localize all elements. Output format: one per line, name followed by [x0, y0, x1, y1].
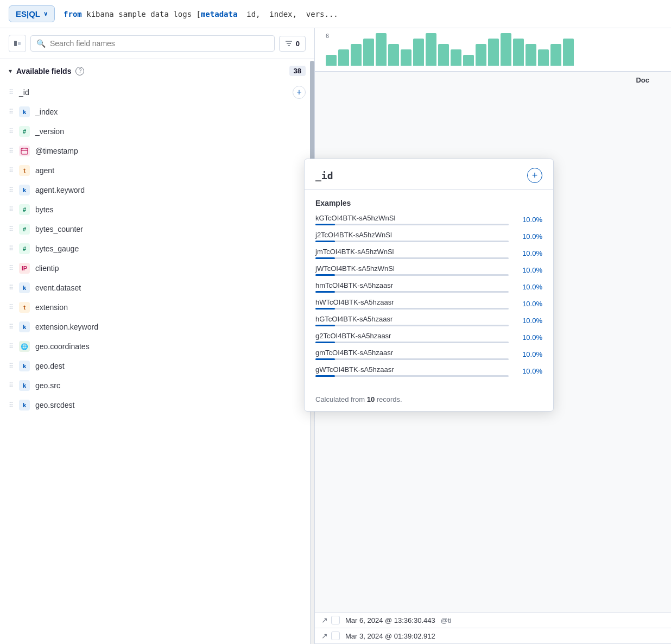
example-value: hWTcOI4BTK-sA5hzaasr [315, 298, 509, 306]
example-bar-fill [315, 325, 335, 326]
search-bar: 🔍 0 [0, 28, 314, 59]
field-item-bytes_gauge[interactable]: ⠿#bytes_gauge+ [0, 239, 314, 258]
drag-handle: ⠿ [9, 167, 14, 174]
row-timestamp-1: Mar 6, 2024 @ 13:36:30.443 [345, 616, 435, 624]
popup-footer-suffix: records. [375, 395, 402, 403]
field-item-clientip[interactable]: ⠿IPclientip+ [0, 258, 314, 278]
svg-rect-1 [18, 42, 21, 45]
field-item-_index[interactable]: ⠿k_index+ [0, 102, 314, 122]
field-item-geo-srcdest[interactable]: ⠿kgeo.srcdest+ [0, 395, 314, 415]
field-item-agent-keyword[interactable]: ⠿kagent.keyword+ [0, 180, 314, 200]
example-value: j2TcOI4BTK-sA5hzWnSl [315, 231, 509, 239]
query-fields: _id, _index, _vers... [237, 10, 338, 18]
field-type-badge: k [19, 321, 30, 332]
field-name: @timestamp [35, 147, 287, 155]
field-item-id[interactable]: ⠿ _id + [0, 83, 314, 102]
collapse-sidebar-button[interactable] [9, 35, 26, 52]
help-icon[interactable]: ? [75, 67, 84, 75]
popup-add-button[interactable]: + [527, 168, 542, 183]
row-actions-2: ↗ [321, 632, 340, 640]
row-checkbox[interactable] [331, 616, 340, 624]
field-type-badge [19, 146, 30, 156]
chart-bar [426, 33, 436, 66]
query-meta-keyword: metadata [201, 10, 237, 18]
chart-bar [526, 44, 536, 66]
example-value: hmTcOI4BTK-sA5hzaasr [315, 281, 509, 289]
field-item-geo-dest[interactable]: ⠿kgeo.dest+ [0, 356, 314, 376]
field-name: extension.keyword [35, 323, 287, 331]
field-item-@timestamp[interactable]: ⠿@timestamp+ [0, 141, 314, 161]
example-bar-fill [315, 358, 335, 360]
field-type-badge: k [19, 106, 30, 117]
example-value: gWTcOI4BTK-sA5hzaasr [315, 365, 509, 374]
field-item-bytes[interactable]: ⠿#bytes+ [0, 200, 314, 219]
collapse-icon [13, 39, 22, 48]
popup-footer: Calculated from 10 records. [305, 391, 553, 411]
example-bar-wrap [315, 325, 509, 326]
expand-icon[interactable]: ↗ [321, 616, 328, 624]
expand-icon-2[interactable]: ↗ [321, 632, 328, 640]
row-actions: ↗ [321, 616, 340, 624]
field-type-badge: # [19, 243, 30, 254]
section-title: Available fields [16, 67, 71, 75]
sidebar-scrollbar-thumb [310, 61, 314, 169]
drag-handle: ⠿ [9, 128, 14, 135]
example-row: hWTcOI4BTK-sA5hzaasr10.0% [315, 298, 542, 310]
chart-bar [563, 39, 574, 66]
field-name: bytes [35, 205, 287, 214]
field-name: bytes_counter [35, 225, 287, 233]
popup-footer-prefix: Calculated from [315, 395, 367, 403]
example-row: kGTcOI4BTK-sA5hzWnSl10.0% [315, 214, 542, 225]
field-name: extension [35, 303, 287, 312]
field-name: agent [35, 166, 287, 175]
svg-rect-5 [21, 148, 28, 154]
field-item-geo-coordinates[interactable]: ⠿🌐geo.coordinates+ [0, 337, 314, 356]
field-item-_version[interactable]: ⠿#_version+ [0, 122, 314, 141]
chart-bar [388, 44, 399, 66]
add-field-id-button[interactable]: + [293, 86, 306, 99]
chart-bar [413, 39, 424, 66]
drag-handle: ⠿ [9, 186, 14, 194]
esql-label: ES|QL [16, 9, 40, 18]
drag-handle: ⠿ [9, 401, 14, 409]
field-item-extension[interactable]: ⠿textension+ [0, 298, 314, 317]
example-row: g2TcOI4BTK-sA5hzaasr10.0% [315, 332, 542, 343]
search-input[interactable] [50, 39, 269, 48]
example-bar-wrap [315, 342, 509, 343]
field-name: geo.srcdest [35, 401, 287, 409]
chart-bar [476, 44, 486, 66]
example-pct: 10.0% [515, 317, 542, 325]
popup-title: _id [315, 170, 333, 181]
example-bar-fill [315, 342, 335, 343]
field-item-geo-src[interactable]: ⠿kgeo.src+ [0, 376, 314, 395]
drag-handle: ⠿ [9, 284, 14, 292]
row-checkbox-2[interactable] [331, 632, 340, 640]
field-item-agent[interactable]: ⠿tagent+ [0, 161, 314, 180]
query-text: kibana_sample_data_logs [ [86, 10, 201, 18]
field-item-bytes_counter[interactable]: ⠿#bytes_counter+ [0, 219, 314, 239]
example-value: kGTcOI4BTK-sA5hzWnSl [315, 214, 509, 222]
example-pct: 10.0% [515, 333, 542, 342]
field-type-badge: IP [19, 263, 30, 274]
available-fields-header[interactable]: ▾ Available fields ? 38 [0, 59, 314, 83]
field-item-extension-keyword[interactable]: ⠿kextension.keyword+ [0, 317, 314, 337]
drag-handle-id: ⠿ [9, 89, 14, 96]
section-count-badge: 38 [289, 66, 306, 76]
example-row: gWTcOI4BTK-sA5hzaasr10.0% [315, 365, 542, 377]
doc-column-header: Doc [636, 76, 649, 84]
chart-area: 6 [315, 28, 671, 72]
example-pct: 10.0% [515, 216, 542, 224]
example-pct: 10.0% [515, 300, 542, 308]
field-name: geo.dest [35, 362, 287, 370]
example-bar-fill [315, 308, 335, 310]
field-item-event-dataset[interactable]: ⠿kevent.dataset+ [0, 278, 314, 298]
field-type-badge: k [19, 185, 30, 195]
example-value: jWTcOI4BTK-sA5hzWnSl [315, 264, 509, 273]
search-icon: 🔍 [36, 39, 46, 48]
field-name-id: _id [19, 88, 287, 97]
field-type-badge: k [19, 400, 30, 411]
filter-button[interactable]: 0 [279, 36, 306, 52]
field-type-badge: k [19, 361, 30, 371]
field-name: geo.coordinates [35, 342, 287, 351]
esql-badge[interactable]: ES|QL ∨ [9, 5, 55, 22]
